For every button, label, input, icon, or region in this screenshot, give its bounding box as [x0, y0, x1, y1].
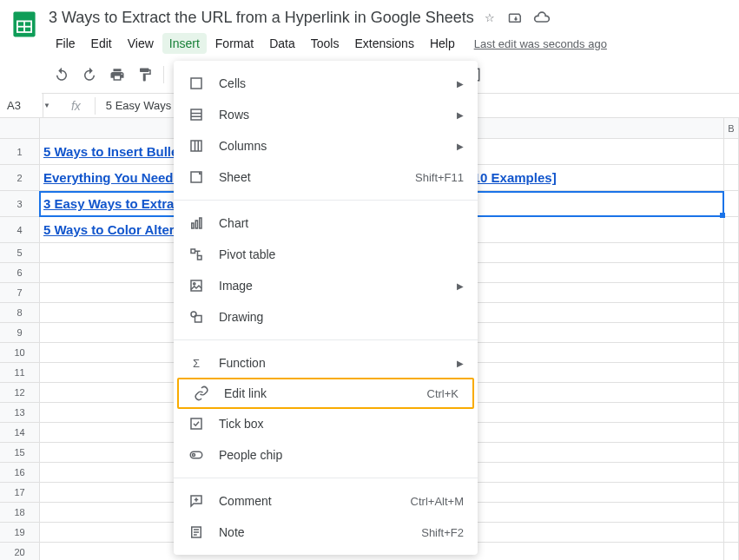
- cell[interactable]: [724, 323, 739, 343]
- undo-button[interactable]: [49, 62, 75, 88]
- cloud-status-icon[interactable]: [533, 9, 551, 26]
- svg-rect-22: [191, 280, 201, 291]
- menu-insert-drawing[interactable]: Drawing: [174, 301, 478, 333]
- row-header[interactable]: 8: [0, 303, 40, 323]
- pivot-icon: [188, 246, 205, 263]
- menu-tools[interactable]: Tools: [304, 33, 346, 54]
- submenu-arrow-icon: ▶: [457, 142, 464, 151]
- row-header[interactable]: 13: [0, 403, 40, 423]
- name-box-arrow[interactable]: ▼: [43, 102, 50, 109]
- note-icon: [188, 524, 205, 541]
- menu-extensions[interactable]: Extensions: [347, 33, 420, 54]
- fx-label: fx: [61, 99, 91, 113]
- function-icon: Σ: [188, 354, 205, 372]
- cell-b4[interactable]: [724, 217, 739, 243]
- row-header[interactable]: 19: [0, 523, 40, 543]
- row-header[interactable]: 2: [0, 165, 40, 191]
- menu-edit[interactable]: Edit: [84, 33, 119, 54]
- sheet-icon: [188, 168, 205, 186]
- row-header[interactable]: 16: [0, 463, 40, 483]
- cell[interactable]: [724, 543, 739, 560]
- menu-insert-tickbox[interactable]: Tick box: [174, 408, 478, 439]
- cell[interactable]: [724, 343, 739, 363]
- row-header[interactable]: 17: [0, 483, 40, 503]
- print-button[interactable]: [104, 62, 130, 88]
- cell[interactable]: [724, 443, 739, 463]
- menu-insert-people-chip[interactable]: People chip: [174, 439, 478, 471]
- select-all-corner[interactable]: [0, 118, 40, 139]
- row-header[interactable]: 1: [0, 139, 40, 165]
- menu-insert-image[interactable]: Image ▶: [174, 270, 478, 301]
- sheets-logo[interactable]: [7, 7, 42, 42]
- redo-button[interactable]: [76, 62, 102, 88]
- menu-insert-comment[interactable]: Comment Ctrl+Alt+M: [174, 485, 478, 517]
- row-header[interactable]: 9: [0, 323, 40, 343]
- cell[interactable]: [724, 523, 739, 543]
- svg-rect-9: [191, 78, 201, 89]
- row-header[interactable]: 18: [0, 503, 40, 523]
- svg-rect-21: [198, 256, 202, 260]
- cell[interactable]: [724, 423, 739, 443]
- cell[interactable]: [724, 403, 739, 423]
- row-header[interactable]: 3: [0, 191, 40, 217]
- move-icon[interactable]: [507, 9, 525, 26]
- menu-insert-pivot[interactable]: Pivot table: [174, 239, 478, 270]
- svg-rect-20: [191, 249, 195, 254]
- paint-format-button[interactable]: [132, 62, 158, 88]
- cell[interactable]: [724, 303, 739, 323]
- menubar: File Edit View Insert Format Data Tools …: [49, 31, 732, 56]
- menu-insert-note[interactable]: Note Shift+F2: [174, 517, 478, 548]
- row-header[interactable]: 14: [0, 423, 40, 443]
- people-chip-icon: [188, 446, 205, 464]
- cell[interactable]: [724, 503, 739, 523]
- link-icon: [193, 385, 210, 402]
- cell[interactable]: [724, 483, 739, 503]
- row-header[interactable]: 11: [0, 363, 40, 383]
- menu-insert-rows[interactable]: Rows ▶: [174, 99, 478, 130]
- row-header[interactable]: 4: [0, 217, 40, 243]
- rows-icon: [188, 106, 205, 123]
- menu-format[interactable]: Format: [208, 33, 261, 54]
- cell[interactable]: [724, 283, 739, 303]
- row-header[interactable]: 15: [0, 443, 40, 463]
- cell-b1[interactable]: [724, 139, 739, 165]
- submenu-arrow-icon: ▶: [457, 359, 464, 368]
- row-header[interactable]: 7: [0, 283, 40, 303]
- insert-menu-dropdown: Cells ▶ Rows ▶ Columns ▶ Sheet Shift+F11…: [174, 61, 478, 555]
- row-header[interactable]: 6: [0, 263, 40, 283]
- menu-data[interactable]: Data: [262, 33, 302, 54]
- row-header[interactable]: 10: [0, 343, 40, 363]
- row-header[interactable]: 20: [0, 543, 40, 560]
- tickbox-icon: [188, 415, 205, 432]
- doc-title[interactable]: 3 Ways to Extract the URL from a Hyperli…: [49, 9, 474, 27]
- cell[interactable]: [724, 383, 739, 403]
- menu-view[interactable]: View: [121, 33, 161, 54]
- menu-insert-function[interactable]: Σ Function ▶: [174, 347, 478, 379]
- menu-insert-columns[interactable]: Columns ▶: [174, 130, 478, 161]
- svg-rect-13: [191, 141, 201, 151]
- cell-b3[interactable]: [724, 191, 739, 217]
- name-box[interactable]: A3: [0, 94, 43, 117]
- cell[interactable]: [724, 263, 739, 283]
- star-icon[interactable]: ☆: [481, 9, 498, 26]
- last-edit-link[interactable]: Last edit was seconds ago: [474, 37, 607, 50]
- cell-b2[interactable]: [724, 165, 739, 191]
- menu-insert-sheet[interactable]: Sheet Shift+F11: [174, 161, 478, 193]
- menu-divider: [174, 478, 478, 478]
- cell[interactable]: [724, 463, 739, 483]
- svg-rect-17: [192, 223, 194, 228]
- menu-insert[interactable]: Insert: [162, 33, 207, 54]
- image-icon: [188, 277, 205, 294]
- row-header[interactable]: 5: [0, 243, 40, 263]
- menu-insert-chart[interactable]: Chart: [174, 208, 478, 239]
- row-header[interactable]: 12: [0, 383, 40, 403]
- menu-help[interactable]: Help: [423, 33, 462, 54]
- cell[interactable]: [724, 363, 739, 383]
- menu-file[interactable]: File: [49, 33, 82, 54]
- menu-insert-cells[interactable]: Cells ▶: [174, 68, 478, 99]
- submenu-arrow-icon: ▶: [457, 110, 464, 120]
- menu-insert-link[interactable]: Edit link Ctrl+K: [177, 378, 474, 409]
- col-header-b[interactable]: B: [724, 118, 739, 139]
- submenu-arrow-icon: ▶: [457, 79, 464, 89]
- cell[interactable]: [724, 243, 739, 263]
